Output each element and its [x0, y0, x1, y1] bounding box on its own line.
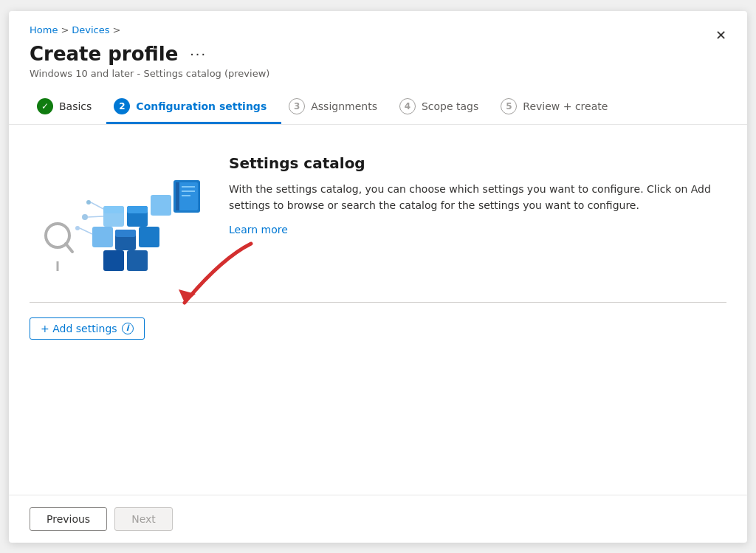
- svg-rect-11: [139, 227, 159, 247]
- panel-header: Home > Devices > Create profile ··· Wind…: [9, 11, 747, 125]
- close-button[interactable]: ✕: [709, 24, 732, 47]
- content-area: Settings catalog With the settings catal…: [30, 147, 726, 280]
- svg-line-17: [88, 216, 103, 217]
- page-title: Create profile: [30, 43, 178, 65]
- tab-basics[interactable]: ✓ Basics: [30, 91, 106, 124]
- tab-basics-circle: ✓: [37, 98, 53, 114]
- tab-assignments[interactable]: 3 Assignments: [281, 91, 392, 124]
- tab-review-create[interactable]: 5 Review + create: [493, 91, 622, 124]
- svg-rect-12: [103, 250, 124, 271]
- svg-rect-10: [115, 230, 136, 237]
- tab-configuration-circle: 2: [114, 98, 130, 114]
- svg-line-1: [66, 244, 72, 252]
- tab-review-label: Review + create: [523, 100, 608, 112]
- svg-rect-13: [127, 250, 148, 271]
- catalog-title: Settings catalog: [229, 154, 726, 172]
- page-subtitle: Windows 10 and later - Settings catalog …: [30, 68, 726, 79]
- tab-assignments-circle: 3: [289, 98, 305, 114]
- create-profile-panel: Home > Devices > Create profile ··· Wind…: [9, 11, 747, 543]
- settings-catalog-illustration: [30, 147, 207, 280]
- breadcrumb-home[interactable]: Home: [30, 24, 58, 35]
- info-icon: i: [122, 323, 134, 334]
- tab-configuration-label: Configuration settings: [136, 100, 267, 112]
- tab-basics-label: Basics: [59, 100, 92, 112]
- breadcrumb-sep2: >: [113, 24, 121, 35]
- catalog-description: With the settings catalog, you can choos…: [229, 181, 726, 214]
- svg-marker-26: [179, 289, 196, 303]
- add-settings-area: + Add settings i: [30, 317, 726, 340]
- tab-scope-tags[interactable]: 4 Scope tags: [392, 91, 493, 124]
- previous-button[interactable]: Previous: [30, 507, 107, 531]
- svg-rect-8: [92, 227, 113, 247]
- breadcrumb: Home > Devices >: [30, 24, 726, 35]
- more-options-button[interactable]: ···: [185, 44, 211, 63]
- svg-rect-7: [151, 195, 171, 216]
- divider: [30, 302, 726, 303]
- breadcrumb-sep1: >: [61, 24, 69, 35]
- tab-review-circle: 5: [501, 98, 517, 114]
- svg-rect-4: [103, 206, 124, 213]
- breadcrumb-devices[interactable]: Devices: [72, 24, 109, 35]
- svg-point-16: [86, 200, 91, 205]
- title-row: Create profile ···: [30, 43, 726, 65]
- svg-point-15: [75, 226, 80, 230]
- add-settings-button[interactable]: + Add settings i: [30, 317, 145, 340]
- tab-scope-circle: 4: [399, 98, 416, 114]
- wizard-tabs: ✓ Basics 2 Configuration settings 3 Assi…: [30, 91, 726, 124]
- panel-body: Settings catalog With the settings catal…: [9, 125, 747, 495]
- tab-assignments-label: Assignments: [311, 100, 377, 112]
- tab-configuration[interactable]: 2 Configuration settings: [106, 91, 281, 124]
- add-settings-label: + Add settings: [41, 323, 117, 334]
- svg-rect-22: [176, 182, 179, 210]
- svg-line-19: [91, 202, 103, 209]
- tab-scope-label: Scope tags: [422, 100, 478, 112]
- panel-footer: Previous Next: [9, 495, 747, 543]
- next-button: Next: [114, 507, 173, 531]
- svg-rect-6: [127, 206, 148, 213]
- catalog-info: Settings catalog With the settings catal…: [229, 147, 726, 237]
- svg-point-14: [82, 214, 88, 220]
- svg-line-18: [80, 228, 92, 234]
- learn-more-link[interactable]: Learn more: [229, 224, 288, 236]
